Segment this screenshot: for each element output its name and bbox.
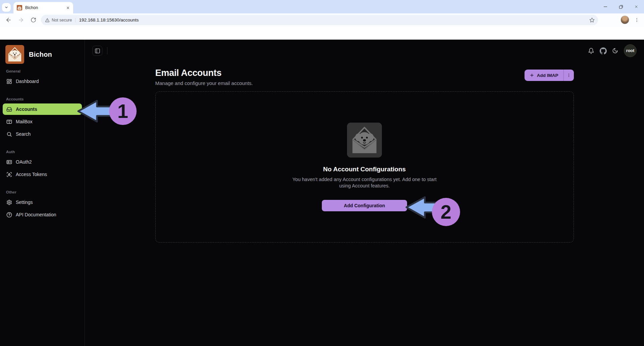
page-container: Email Accounts Manage and configure your… <box>155 68 574 243</box>
window-minimize-button[interactable] <box>598 0 613 13</box>
header-divider <box>107 47 107 54</box>
github-icon <box>600 47 607 54</box>
security-label: Not secure <box>52 18 72 23</box>
url-input[interactable] <box>79 17 587 23</box>
page-subtitle: Manage and configure your email accounts… <box>155 80 253 86</box>
browser-toolbar: Not secure <box>0 13 644 27</box>
bookmark-star-button[interactable] <box>587 15 597 25</box>
tab-close-icon[interactable] <box>66 6 70 10</box>
panel-left-icon <box>95 48 100 54</box>
window-controls <box>598 0 644 13</box>
browser-tabstrip: Bichon <box>0 0 644 13</box>
add-imap-label: Add IMAP <box>537 73 558 78</box>
brand-name: Bichon <box>29 51 52 58</box>
plus-icon <box>530 73 534 78</box>
add-imap-button[interactable]: Add IMAP <box>525 70 563 81</box>
user-avatar-badge[interactable]: root <box>624 44 637 57</box>
empty-state-description: You haven't added any Account configurat… <box>286 176 443 189</box>
dashboard-icon <box>6 79 12 84</box>
section-label-auth: Auth <box>3 147 82 156</box>
sidebar-toggle-button[interactable] <box>92 46 102 56</box>
sidebar-item-label: Accounts <box>16 106 37 112</box>
back-arrow-icon <box>5 17 12 23</box>
browser-tab[interactable]: Bichon <box>13 2 73 13</box>
empty-state-dog-image <box>345 123 384 158</box>
gear-icon <box>6 200 12 205</box>
bookmarks-bar <box>0 27 644 40</box>
security-chip[interactable]: Not secure <box>45 18 76 23</box>
tab-search-button[interactable] <box>2 3 11 12</box>
id-card-icon <box>6 159 12 165</box>
sidebar-item-access-tokens[interactable]: Access Tokens <box>3 169 82 180</box>
sidebar-item-api-documentation[interactable]: API Documentation <box>3 209 82 220</box>
browser-menu-button[interactable] <box>632 15 641 25</box>
section-label-general: General <box>3 67 82 76</box>
empty-state-card: No Account Configurations You haven't ad… <box>155 91 574 243</box>
main-header: root <box>85 40 644 62</box>
window-restore-button[interactable] <box>613 0 629 13</box>
restore-icon <box>619 5 623 9</box>
address-bar[interactable]: Not secure <box>41 15 598 25</box>
notifications-button[interactable] <box>585 45 597 57</box>
token-lock-icon <box>6 172 12 177</box>
sidebar-item-oauth2[interactable]: OAuth2 <box>3 156 82 168</box>
sidebar-item-label: OAuth2 <box>16 159 32 165</box>
section-label-other: Other <box>3 187 82 197</box>
star-icon <box>589 17 595 23</box>
github-link-button[interactable] <box>597 45 609 57</box>
theme-toggle-button[interactable] <box>609 45 621 57</box>
brand-row[interactable]: Bichon <box>0 40 85 67</box>
forward-button[interactable] <box>15 14 27 26</box>
add-configuration-button[interactable]: Add Configuration <box>322 200 407 211</box>
forward-arrow-icon <box>18 17 24 23</box>
inbox-icon <box>6 106 12 112</box>
close-icon <box>634 5 638 9</box>
moon-icon <box>612 48 618 54</box>
reload-icon <box>31 17 36 23</box>
kebab-menu-icon <box>566 73 571 78</box>
bichon-favicon <box>17 5 22 10</box>
search-icon <box>6 131 12 137</box>
sidebar-item-dashboard[interactable]: Dashboard <box>3 76 82 87</box>
sidebar-item-label: Settings <box>16 200 33 205</box>
add-account-menu-button[interactable] <box>564 70 574 81</box>
add-imap-split-button: Add IMAP <box>525 70 574 81</box>
tab-title: Bichon <box>25 5 63 10</box>
bell-icon <box>588 48 594 54</box>
reload-button[interactable] <box>28 14 39 26</box>
empty-state-title: No Account Configurations <box>323 166 406 173</box>
chevron-down-icon <box>4 5 8 9</box>
sidebar-nav: General Dashboard Accounts Accounts Mail… <box>0 67 85 220</box>
sidebar-item-label: MailBox <box>16 119 33 124</box>
page-title: Email Accounts <box>155 68 253 78</box>
sidebar-item-label: Dashboard <box>16 79 39 84</box>
main-area: root Email Accounts Manage and configure… <box>85 40 644 346</box>
sidebar-item-search[interactable]: Search <box>3 128 82 140</box>
help-circle-icon <box>6 212 12 218</box>
sidebar-item-accounts[interactable]: Accounts <box>3 103 82 115</box>
sidebar-item-label: API Documentation <box>16 212 56 217</box>
sidebar-item-label: Access Tokens <box>16 172 47 177</box>
app-root: Bichon General Dashboard Accounts Accoun… <box>0 40 644 346</box>
sidebar-item-settings[interactable]: Settings <box>3 197 82 208</box>
minimize-icon <box>603 5 607 9</box>
warning-triangle-icon <box>45 18 50 23</box>
back-button[interactable] <box>3 14 14 26</box>
sidebar-item-mailbox[interactable]: MailBox <box>3 116 82 127</box>
mailbox-icon <box>6 119 12 125</box>
user-badge-label: root <box>626 48 634 53</box>
sidebar: Bichon General Dashboard Accounts Accoun… <box>0 40 85 346</box>
section-label-accounts: Accounts <box>3 94 82 103</box>
window-close-button[interactable] <box>629 0 644 13</box>
bichon-logo <box>5 45 24 64</box>
browser-profile-avatar[interactable] <box>621 15 629 24</box>
sidebar-item-label: Search <box>16 131 31 137</box>
kebab-menu-icon <box>634 17 639 23</box>
